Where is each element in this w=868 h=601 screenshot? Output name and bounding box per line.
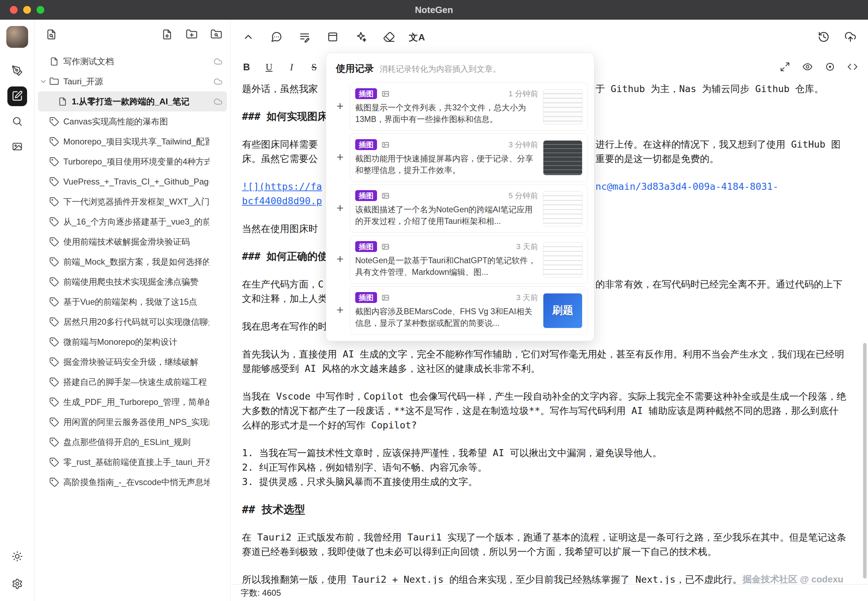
tree-item[interactable]: 居然只用20多行代码就可以实现微信聊天...	[38, 312, 227, 332]
editor-line-text: 当我在 Vscode 中写作时，Copilot 也会像写代码一样，产生一段自动补…	[242, 391, 846, 430]
tree-item[interactable]: 盘点那些值得开启的_ESLint_规则	[38, 432, 227, 452]
format-button[interactable]: B	[239, 60, 254, 75]
insert-record-button[interactable]	[332, 150, 348, 166]
left-rail	[0, 20, 34, 601]
tree-item[interactable]: 生成_PDF_用_Turborepo_管理，简单的...	[38, 392, 227, 412]
theme-toggle-button[interactable]	[8, 547, 27, 567]
insert-record-button[interactable]	[332, 99, 348, 114]
tree-item[interactable]: VuePress_+_Travis_CI_+_Github_Pages...	[38, 171, 227, 192]
continue-writing-button[interactable]	[296, 29, 313, 46]
file-icon	[49, 56, 59, 66]
zoom-window-button[interactable]	[37, 6, 44, 14]
tree-item[interactable]: Monorepo_项目实现共享_Tailwind_配置	[38, 131, 227, 151]
record-body: 插图 3 天前 NoteGen是一款基于Tauri和ChatGPT的笔记软件，具…	[355, 241, 538, 278]
tree-item[interactable]: 用闲置的阿里云服务器使用_NPS_实现内...	[38, 412, 227, 432]
record-thumbnail	[543, 191, 582, 226]
preview-button[interactable]	[801, 60, 815, 74]
insert-record-button[interactable]	[332, 201, 348, 217]
editor-line-text: 3. 提供灵感，只求头脑风暴而不直接使用生成的文字。	[242, 476, 478, 487]
tree-item[interactable]: 下一代浏览器插件开发框架_WXT_入门指...	[38, 192, 227, 212]
record-time: 3 天前	[516, 293, 538, 303]
insert-record-button[interactable]	[332, 252, 348, 267]
folder-search-button[interactable]	[209, 27, 224, 43]
format-button[interactable]: U	[262, 60, 277, 75]
sync-upload-button[interactable]	[842, 29, 859, 46]
file-search-button[interactable]	[44, 27, 59, 43]
tree-item[interactable]: 掘金滑块验证码安全升级，继续破解	[38, 352, 227, 372]
editor-line-text: 有些图床同样需要	[242, 139, 318, 150]
eye-icon	[802, 61, 813, 73]
record-type-badge: 插图	[355, 241, 377, 252]
folder-search-icon	[210, 29, 222, 41]
record-card[interactable]: 插图 3 天前 截图内容涉及BEMarsCode、FHS Vg 3和EAI相关信…	[350, 287, 588, 335]
record-meta: 插图 3 天前	[355, 241, 538, 252]
tag-icon	[49, 257, 59, 267]
search-button[interactable]	[8, 112, 27, 131]
tree-item[interactable]: 前端使用爬虫技术实现掘金沸点骗赞	[38, 272, 227, 292]
photo-icon	[381, 243, 390, 251]
translate-button[interactable]: 文A	[409, 29, 426, 46]
tree-item[interactable]: 基于Vue的前端架构，我做了这15点	[38, 292, 227, 312]
minimize-window-button[interactable]	[23, 6, 31, 14]
record-type-badge: 插图	[355, 190, 377, 201]
editor-line-text: 题外话，虽然我家	[242, 83, 318, 94]
tree-item[interactable]: 写作测试文档	[38, 51, 227, 71]
tree-item[interactable]: Turborepo_项目使用环境变量的4种方式	[38, 151, 227, 171]
chat-button[interactable]	[268, 29, 285, 46]
usage-record: 插图 3 天前 截图内容涉及BEMarsCode、FHS Vg 3和EAI相关信…	[332, 285, 588, 336]
search-icon	[12, 116, 23, 128]
editor-line: ## 技术选型	[242, 502, 847, 517]
format-button[interactable]: S	[307, 60, 321, 75]
record-card[interactable]: 插图 3 天前 NoteGen是一款基于Tauri和ChatGPT的笔记软件，具…	[350, 235, 588, 284]
insert-record-button[interactable]	[332, 303, 348, 319]
avatar[interactable]	[6, 26, 28, 48]
tree-item[interactable]: 从_16_个方向逐步搭建基于_vue3_的前...	[38, 212, 227, 232]
tree-item-label: 前端使用爬虫技术实现掘金沸点骗赞	[63, 276, 199, 287]
ai-polish-button[interactable]	[352, 29, 369, 46]
editor-line-tail: 的非常有效，在写代码时已经完全离不开。通过代码的上下	[595, 277, 842, 291]
editor-line-text: ## 技术选型	[242, 503, 305, 516]
close-window-button[interactable]	[10, 6, 18, 14]
template-button[interactable]	[324, 29, 341, 46]
tree-item[interactable]: 搭建自己的脚手架—快速生成前端工程	[38, 372, 227, 392]
tree-item[interactable]: 使用前端技术破解掘金滑块验证码	[38, 232, 227, 252]
cloud-sync-icon	[214, 57, 223, 66]
tree-item[interactable]: 高阶摸鱼指南_-_在vscode中悄无声息地...	[38, 472, 227, 492]
editor-line-tail: 于 Github 为主，Nas 为辅云同步 Github 仓库。	[595, 82, 824, 96]
expand-button[interactable]	[778, 60, 792, 74]
tree-item[interactable]: Canvas实现高性能的瀑布图	[38, 111, 227, 131]
editor-line-tail: nc@main/3d83a3d4-009a-4184-8031-	[595, 179, 778, 194]
tree-item[interactable]: 1.从零打造一款跨端的_AI_笔记	[38, 92, 227, 111]
record-card[interactable]: 插图 5 分钟前 该截图描述了一个名为NoteGen的跨端AI笔记应用的开发过程…	[350, 185, 588, 233]
gallery-button[interactable]	[8, 137, 27, 157]
collapse-toolbar-button[interactable]	[240, 29, 257, 46]
record-time: 1 分钟前	[509, 88, 538, 99]
tree-item[interactable]: 前端_Mock_数据方案，我是如何选择的?	[38, 252, 227, 272]
pen-tool-icon	[12, 65, 23, 77]
eraser-button[interactable]	[381, 29, 397, 46]
write-mode-button[interactable]	[8, 87, 27, 106]
tree-item[interactable]: 零_rust_基础前端使直接上手_tauri_开发...	[38, 452, 227, 472]
app-body: 写作测试文档 Tauri_开源 1.从零打造一款	[0, 20, 868, 601]
usage-record: 插图 5 分钟前 该截图描述了一个名为NoteGen的跨端AI笔记应用的开发过程…	[332, 183, 588, 234]
record-card[interactable]: 插图 1 分钟前 截图显示一个文件列表，共32个文件，总大小为13MB，界面中有…	[350, 82, 588, 131]
plus-icon	[336, 305, 345, 316]
record-card[interactable]: 插图 3 分钟前 截图功能用于快速捕捉屏幕内容，便于记录、分享和整理信息，提升工…	[350, 134, 588, 182]
plus-icon	[336, 102, 345, 112]
record-mode-button[interactable]	[8, 61, 27, 81]
source-code-button[interactable]	[845, 60, 860, 74]
editor-scrollbar-thumb[interactable]	[863, 343, 866, 578]
tree-item[interactable]: Tauri_开源	[38, 71, 227, 92]
settings-button[interactable]	[8, 574, 27, 594]
tag-icon	[49, 377, 59, 387]
editor-line: 2. 纠正写作风格，例如错别字、语句不畅、内容冗余等。	[242, 460, 847, 474]
format-button[interactable]: I	[284, 60, 299, 75]
new-folder-button[interactable]	[184, 27, 199, 43]
focus-button[interactable]	[823, 60, 837, 74]
app-window: NoteGen	[0, 0, 868, 601]
tree-item[interactable]: 微前端与Monorepo的架构设计	[38, 332, 227, 352]
plus-icon	[336, 153, 345, 163]
history-button[interactable]	[815, 29, 832, 46]
new-file-button[interactable]	[159, 27, 175, 43]
editor-line-text: 我在思考在写作的时	[242, 321, 327, 332]
